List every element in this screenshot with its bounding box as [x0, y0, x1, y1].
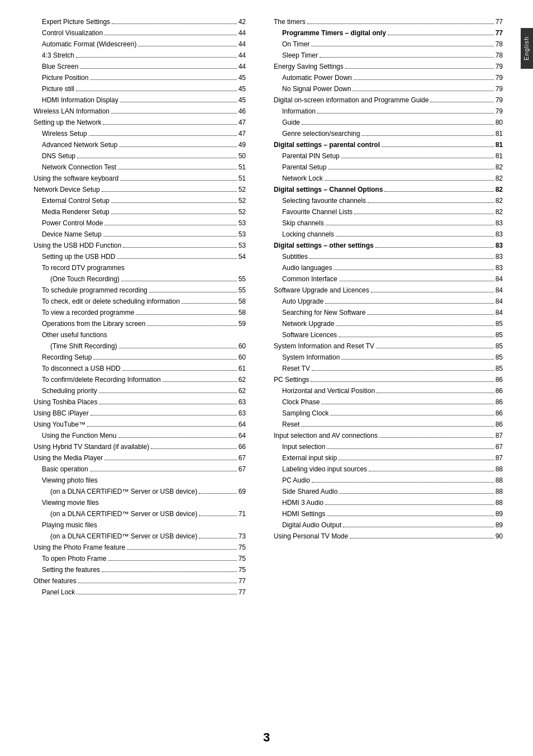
entry-text: Clock Phase [282, 397, 320, 407]
entry-text: Setting up the USB HDD [42, 252, 115, 262]
entry-text: Guide [282, 117, 300, 127]
toc-entry: Wireless Setup47 [34, 129, 246, 139]
entry-text: Wireless Setup [42, 129, 87, 139]
entry-dots [120, 102, 237, 102]
toc-entry: Input selection87 [274, 442, 503, 452]
entry-page: 80 [496, 117, 503, 127]
entry-dots [199, 493, 236, 494]
entry-page: 63 [239, 408, 246, 418]
entry-page: 85 [496, 341, 503, 351]
entry-dots [302, 124, 494, 125]
entry-dots [336, 236, 494, 237]
entry-dots [361, 135, 493, 136]
toc-entry: HDMI Information Display45 [34, 95, 246, 105]
entry-page: 62 [239, 375, 246, 385]
entry-text: Wireless LAN Information [34, 106, 110, 116]
toc-entry: (on a DLNA CERTIFIED™ Server or USB devi… [34, 509, 246, 519]
entry-text: Digital settings – parental control [274, 140, 380, 150]
toc-entry: Basic operation67 [34, 464, 246, 474]
entry-text: Using the software keyboard [34, 173, 118, 183]
entry-dots [120, 180, 237, 181]
toc-entry: 4:3 Stretch44 [34, 50, 246, 60]
entry-text: (on a DLNA CERTIFIED™ Server or USB devi… [50, 486, 197, 497]
toc-entry: To view a recorded programme58 [34, 308, 246, 318]
entry-text: PC Audio [282, 475, 310, 485]
entry-page: 45 [239, 84, 246, 94]
entry-dots [354, 214, 494, 214]
entry-text: Subtitles [282, 252, 308, 262]
entry-text: Digital on-screen information and Progra… [274, 95, 429, 105]
entry-text: Digital settings – Channel Options [274, 185, 383, 195]
entry-page: 77 [496, 28, 503, 38]
toc-entry: Using BBC iPlayer63 [34, 408, 246, 418]
entry-dots [388, 35, 494, 35]
entry-dots [379, 437, 494, 438]
entry-page: 86 [496, 408, 503, 418]
toc-entry: System Information and Reset TV85 [274, 341, 503, 351]
entry-page: 81 [496, 129, 503, 139]
entry-dots [384, 191, 493, 192]
language-tab: English [521, 28, 533, 69]
entry-page: 47 [239, 117, 246, 127]
entry-page: 79 [496, 106, 503, 116]
entry-page: 90 [496, 531, 503, 541]
entry-text: Other features [34, 576, 77, 586]
entry-text: Sampling Clock [282, 408, 329, 418]
entry-page: 55 [239, 274, 246, 284]
entry-text: HDMI Information Display [42, 95, 118, 105]
entry-page: 85 [496, 330, 503, 340]
entry-text: Parental PIN Setup [282, 151, 340, 161]
entry-dots [376, 348, 494, 348]
entry-dots [325, 303, 494, 304]
entry-dots [123, 247, 236, 248]
toc-entry: Searching for New Software84 [274, 308, 503, 318]
entry-dots [341, 158, 494, 158]
entry-page: 44 [239, 62, 246, 72]
entry-page: 82 [496, 162, 503, 172]
right-column: The timers77Programme Timers – digital o… [257, 0, 514, 756]
entry-text: (on a DLNA CERTIFIED™ Server or USB devi… [50, 531, 197, 541]
entry-page: 79 [496, 84, 503, 94]
entry-text: Setting up the Network [34, 117, 101, 127]
toc-entry: (One Touch Recording)55 [34, 274, 246, 284]
entry-dots [99, 404, 237, 404]
entry-dots [104, 35, 236, 35]
entry-page: 52 [239, 207, 246, 217]
toc-entry: To open Photo Frame75 [34, 554, 246, 564]
toc-entry: Network Lock82 [274, 173, 503, 183]
entry-dots [321, 404, 493, 404]
entry-text: Network Upgrade [282, 319, 334, 329]
toc-entry: Subtitles83 [274, 252, 503, 262]
toc-entry: Advanced Network Setup49 [34, 140, 246, 150]
entry-text: Using Toshiba Places [34, 397, 98, 407]
toc-entry: To record DTV programmes [34, 263, 246, 273]
toc-entry: Blue Screen44 [34, 62, 246, 72]
toc-entry: DNS Setup50 [34, 151, 246, 161]
toc-entry: Locking channels83 [274, 229, 503, 239]
entry-page: 77 [239, 576, 246, 586]
entry-text: Using the Photo Frame feature [34, 542, 125, 552]
entry-page: 59 [239, 319, 246, 329]
toc-entry: Input selection and AV connections87 [274, 431, 503, 441]
entry-text: Skip channels [282, 218, 324, 228]
toc-entry: Software Licences85 [274, 330, 503, 340]
entry-page: 77 [239, 587, 246, 597]
entry-page: 75 [239, 565, 246, 575]
entry-text: PC Settings [274, 375, 309, 385]
entry-page: 64 [239, 431, 246, 441]
entry-dots [90, 471, 237, 471]
toc-entry: On Timer78 [274, 39, 503, 49]
entry-text: Genre selection/searching [282, 129, 360, 139]
entry-text: To disconnect a USB HDD [42, 363, 121, 374]
entry-page: 87 [496, 442, 503, 452]
entry-dots [147, 325, 236, 326]
toc-entry: Information79 [274, 106, 503, 116]
toc-entry: Wireless LAN Information46 [34, 106, 246, 116]
entry-dots [367, 314, 493, 315]
toc-entry: The timers77 [274, 17, 503, 27]
entry-page: 60 [239, 352, 246, 362]
toc-entry: Using the Photo Frame feature75 [34, 542, 246, 552]
entry-text: Horizontal and Vertical Position [282, 386, 375, 396]
entry-page: 85 [496, 363, 503, 374]
entry-page: 82 [496, 173, 503, 183]
